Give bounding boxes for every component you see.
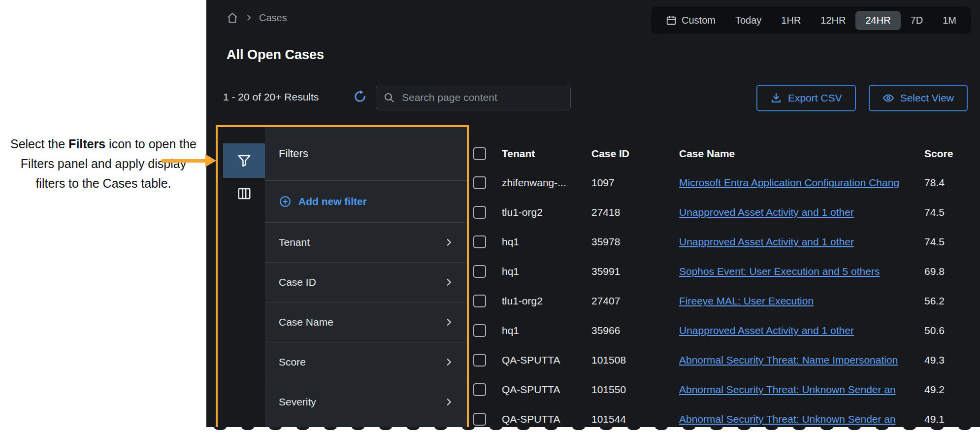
column-header-tenant: Tenant bbox=[502, 148, 591, 160]
table-row: zhifenwang-... 1097 Microsoft Entra Appl… bbox=[472, 168, 968, 198]
breadcrumb-chevron-icon bbox=[244, 13, 253, 22]
filter-item-case-id[interactable]: Case ID bbox=[265, 263, 467, 302]
home-icon[interactable] bbox=[227, 12, 238, 24]
cell-tenant: zhifenwang-... bbox=[502, 177, 591, 189]
cell-tenant: QA-SPUTTA bbox=[502, 413, 591, 425]
filter-item-label: Score bbox=[279, 356, 306, 368]
time-option-24hr[interactable]: 24HR bbox=[855, 11, 900, 30]
column-header-case-id: Case ID bbox=[591, 148, 679, 160]
filter-item-label: Severity bbox=[279, 396, 316, 408]
case-name-link[interactable]: Microsoft Entra Application Configuratio… bbox=[679, 177, 899, 188]
search-box[interactable] bbox=[376, 85, 571, 110]
time-option-7d[interactable]: 7D bbox=[901, 11, 933, 30]
select-view-button[interactable]: Select View bbox=[869, 85, 968, 111]
table-row: QA-SPUTTA 101550 Abnormal Security Threa… bbox=[472, 375, 968, 404]
time-option-1m[interactable]: 1M bbox=[933, 11, 966, 30]
calendar-icon bbox=[666, 15, 677, 26]
case-name-link[interactable]: Abnormal Security Threat: Unknown Sender… bbox=[679, 413, 896, 425]
row-checkbox[interactable] bbox=[473, 206, 486, 219]
row-checkbox[interactable] bbox=[473, 354, 486, 367]
cell-score: 74.5 bbox=[921, 206, 968, 218]
columns-icon bbox=[237, 186, 252, 201]
page-title: All Open Cases bbox=[227, 47, 324, 63]
cell-tenant: hq1 bbox=[502, 236, 591, 248]
toolbar-actions: Export CSV Select View bbox=[756, 85, 968, 111]
cell-case-id: 35991 bbox=[591, 266, 679, 277]
torn-edge bbox=[206, 427, 980, 435]
cases-app-window: Cases Custom Today 1HR 12HR 24HR 7D 1M A… bbox=[206, 0, 980, 435]
row-checkbox[interactable] bbox=[473, 176, 486, 189]
breadcrumb-item-cases[interactable]: Cases bbox=[259, 12, 287, 24]
cell-score: 49.1 bbox=[921, 413, 968, 425]
chevron-right-icon bbox=[443, 277, 454, 288]
filters-rail-button[interactable] bbox=[223, 143, 265, 178]
column-header-score: Score bbox=[921, 148, 968, 160]
row-checkbox[interactable] bbox=[473, 324, 486, 337]
filter-item-label: Case ID bbox=[279, 276, 316, 288]
filters-panel: Filters Add new filter Tenant Case ID Ca… bbox=[265, 127, 467, 435]
annotation-arrow bbox=[161, 154, 217, 167]
annotation-text-before: Select the bbox=[10, 137, 68, 151]
case-name-link[interactable]: Fireeye MAL: User Execution bbox=[679, 295, 814, 306]
time-custom-button[interactable]: Custom bbox=[656, 15, 725, 26]
export-csv-button[interactable]: Export CSV bbox=[756, 85, 856, 111]
case-name-link[interactable]: Sophos Event: User Execution and 5 other… bbox=[679, 266, 880, 277]
cell-tenant: tlu1-org2 bbox=[502, 206, 591, 218]
time-option-1hr[interactable]: 1HR bbox=[771, 11, 811, 30]
case-name-link[interactable]: Abnormal Security Threat: Name Impersona… bbox=[679, 354, 898, 366]
time-option-today[interactable]: Today bbox=[725, 11, 771, 30]
table-row: tlu1-org2 27407 Fireeye MAL: User Execut… bbox=[472, 286, 968, 316]
filter-item-tenant[interactable]: Tenant bbox=[265, 223, 467, 263]
cell-case-id: 1097 bbox=[591, 177, 679, 189]
case-name-link[interactable]: Abnormal Security Threat: Unknown Sender… bbox=[679, 384, 896, 395]
table-row: tlu1-org2 27418 Unapproved Asset Activit… bbox=[472, 198, 968, 227]
table-row: hq1 35978 Unapproved Asset Activity and … bbox=[472, 227, 968, 257]
download-icon bbox=[770, 92, 782, 104]
plus-circle-icon bbox=[279, 195, 292, 208]
filter-item-severity[interactable]: Severity bbox=[265, 382, 467, 422]
select-all-checkbox[interactable] bbox=[473, 147, 486, 160]
filters-icon-rail bbox=[223, 127, 265, 435]
row-checkbox[interactable] bbox=[473, 295, 486, 307]
row-checkbox[interactable] bbox=[473, 265, 486, 278]
select-view-label: Select View bbox=[900, 92, 954, 104]
cell-score: 56.2 bbox=[921, 295, 968, 307]
cell-score: 49.3 bbox=[921, 354, 968, 366]
row-checkbox[interactable] bbox=[473, 383, 486, 396]
column-header-case-name: Case Name bbox=[679, 148, 921, 160]
cell-case-id: 101544 bbox=[591, 413, 679, 425]
cell-score: 78.4 bbox=[921, 177, 968, 189]
chevron-right-icon bbox=[443, 357, 454, 368]
time-range-bar: Custom Today 1HR 12HR 24HR 7D 1M bbox=[651, 6, 971, 34]
cell-score: 74.5 bbox=[921, 236, 968, 248]
row-checkbox[interactable] bbox=[473, 413, 486, 426]
case-name-link[interactable]: Unapproved Asset Activity and 1 other bbox=[679, 325, 854, 336]
table-row: QA-SPUTTA 101508 Abnormal Security Threa… bbox=[472, 345, 968, 375]
arrow-shaft bbox=[161, 159, 206, 163]
results-summary: 1 - 20 of 20+ Results bbox=[223, 91, 319, 103]
filter-item-label: Case Name bbox=[279, 316, 333, 328]
cell-case-id: 35966 bbox=[591, 325, 679, 336]
row-checkbox[interactable] bbox=[473, 235, 486, 248]
add-new-filter-button[interactable]: Add new filter bbox=[265, 181, 467, 223]
cell-case-id: 101508 bbox=[591, 354, 679, 366]
refresh-icon[interactable] bbox=[353, 90, 367, 103]
case-name-link[interactable]: Unapproved Asset Activity and 1 other bbox=[679, 236, 854, 247]
cell-tenant: QA-SPUTTA bbox=[502, 384, 591, 396]
cell-case-id: 27407 bbox=[591, 295, 679, 307]
search-input[interactable] bbox=[401, 91, 563, 104]
filter-item-score[interactable]: Score bbox=[265, 342, 467, 382]
cell-score: 49.2 bbox=[921, 384, 968, 396]
case-name-link[interactable]: Unapproved Asset Activity and 1 other bbox=[679, 206, 854, 218]
columns-rail-button[interactable] bbox=[223, 178, 265, 209]
cell-tenant: QA-SPUTTA bbox=[502, 354, 591, 366]
cell-tenant: hq1 bbox=[502, 266, 591, 277]
breadcrumb: Cases bbox=[227, 12, 287, 24]
filter-item-label: Tenant bbox=[279, 236, 310, 248]
filter-item-case-name[interactable]: Case Name bbox=[265, 302, 467, 342]
cell-tenant: hq1 bbox=[502, 325, 591, 336]
cell-case-id: 27418 bbox=[591, 206, 679, 218]
time-option-12hr[interactable]: 12HR bbox=[811, 11, 855, 30]
table-row: hq1 35966 Unapproved Asset Activity and … bbox=[472, 316, 968, 345]
cell-case-id: 35978 bbox=[591, 236, 679, 248]
